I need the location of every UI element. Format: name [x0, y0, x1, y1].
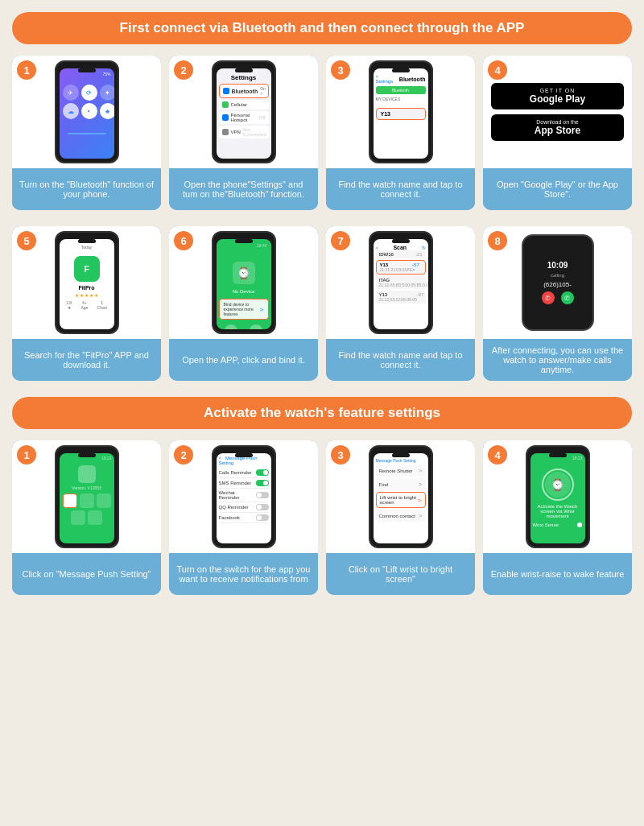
step-image-10: 2 < Message Push Setting Calls Reminder …: [169, 440, 318, 553]
step-card-12: 4 18:23 ⌚ Activate the Watch screen via …: [483, 440, 632, 595]
step-number-6: 6: [174, 231, 193, 250]
steps-grid-2: 5 Today F FitPro ★★★★★ 2.8★: [12, 226, 632, 381]
step-card-2: 2 Settings Bluetooth On > Cellular: [169, 56, 318, 210]
step-desc-3: Find the watch name and tap to connect i…: [326, 168, 475, 210]
section1-header: First connect via Bluetooth and then con…: [12, 12, 632, 44]
section2-header: Activate the watch's feature settings: [12, 397, 632, 429]
step-number-10: 2: [174, 445, 193, 465]
watch-mockup-8: 10:09 calling (626)105- ✆ ✆: [522, 234, 594, 331]
step-card-10: 2 < Message Push Setting Calls Reminder …: [169, 440, 318, 595]
steps-grid-1: 1 75% ✈ ⟳ ✦ ☁ ‣ ♣: [12, 56, 632, 210]
step-desc-9: Click on "Message Push Setting": [12, 553, 161, 595]
step-card-9: 1 18:22 Version: V13653: [12, 440, 161, 595]
step-image-4: 4 GET IT ON Google Play Download on the …: [483, 56, 632, 168]
step-number-3: 3: [331, 60, 350, 80]
step-desc-8: After connecting, you can use the watch …: [483, 339, 632, 381]
step-number-4: 4: [488, 60, 507, 80]
step-image-6: 6 16:44 ⌚ No Device Bind device to exper…: [169, 226, 318, 339]
step-number-8: 8: [488, 231, 507, 250]
phone-mockup-3: < Settings Bluetooth Bluetooth MY DEVICE…: [369, 60, 433, 163]
step-card-3: 3 < Settings Bluetooth Bluetooth MY DEVI…: [326, 56, 475, 210]
step-image-11: 3 Message Push Setting Remote Shutter > …: [326, 440, 475, 553]
step-desc-10: Turn on the switch for the app you want …: [169, 553, 318, 595]
step-desc-5: Search for the "FitPro" APP and download…: [12, 339, 161, 381]
step-image-2: 2 Settings Bluetooth On > Cellular: [169, 56, 318, 168]
step-card-6: 6 16:44 ⌚ No Device Bind device to exper…: [169, 226, 318, 381]
step-image-1: 1 75% ✈ ⟳ ✦ ☁ ‣ ♣: [12, 56, 161, 168]
phone-mockup-2: Settings Bluetooth On > Cellular P: [212, 60, 276, 163]
step-number-2: 2: [174, 60, 193, 80]
step-desc-1: Turn on the "Bluetooth" function of your…: [12, 168, 161, 210]
step-number-11: 3: [331, 445, 350, 465]
step-number-9: 1: [17, 445, 36, 465]
phone-mockup-11: Message Push Setting Remote Shutter > Fi…: [369, 445, 433, 548]
step-desc-4: Open "Google Play" or the App Store".: [483, 168, 632, 210]
step-card-4: 4 GET IT ON Google Play Download on the …: [483, 56, 632, 210]
phone-mockup-1: 75% ✈ ⟳ ✦ ☁ ‣ ♣: [55, 60, 119, 163]
phone-mockup-12: 18:23 ⌚ Activate the Watch screen via Wr…: [526, 445, 590, 548]
step-image-7: 7 < Scan ↻ IDW16 -21: [326, 226, 475, 339]
step-image-12: 4 18:23 ⌚ Activate the Watch screen via …: [483, 440, 632, 553]
app-store-badge[interactable]: Download on the App Store: [491, 114, 624, 141]
phone-mockup-10: < Message Push Setting Calls Reminder SM…: [212, 445, 276, 548]
step-number-5: 5: [17, 231, 36, 250]
steps-grid-3: 1 18:22 Version: V13653: [12, 440, 632, 595]
step-image-9: 1 18:22 Version: V13653: [12, 440, 161, 553]
step-image-8: 8 10:09 calling (626)105- ✆ ✆: [483, 226, 632, 339]
step-image-5: 5 Today F FitPro ★★★★★ 2.8★: [12, 226, 161, 339]
step-number-1: 1: [17, 60, 36, 80]
step-desc-11: Click on "Lift wrist to bright screen": [326, 553, 475, 595]
phone-mockup-6: 16:44 ⌚ No Device Bind device to experie…: [212, 231, 276, 334]
step-card-11: 3 Message Push Setting Remote Shutter > …: [326, 440, 475, 595]
step-desc-2: Open the phone"Settings" and tum on the"…: [169, 168, 318, 210]
store-badges-area: GET IT ON Google Play Download on the Ap…: [483, 75, 632, 149]
step-card-7: 7 < Scan ↻ IDW16 -21: [326, 226, 475, 381]
step-number-7: 7: [331, 231, 350, 250]
phone-mockup-9: 18:22 Version: V13653: [55, 445, 119, 548]
step-card-1: 1 75% ✈ ⟳ ✦ ☁ ‣ ♣: [12, 56, 161, 210]
step-desc-6: Open the APP, click and bind it.: [169, 339, 318, 381]
phone-mockup-7: < Scan ↻ IDW16 -21 Y13 21:21:21:03:0APE: [369, 231, 433, 334]
phone-mockup-5: Today F FitPro ★★★★★ 2.8★ 4+Age 1Chart: [55, 231, 119, 334]
step-image-3: 3 < Settings Bluetooth Bluetooth MY DEVI…: [326, 56, 475, 168]
step-desc-12: Enable wrist-raise to wake feature: [483, 553, 632, 595]
step-desc-7: Find the watch name and tap to connect i…: [326, 339, 475, 381]
step-card-5: 5 Today F FitPro ★★★★★ 2.8★: [12, 226, 161, 381]
step-number-12: 4: [488, 445, 507, 465]
step-card-8: 8 10:09 calling (626)105- ✆ ✆ After conn…: [483, 226, 632, 381]
google-play-badge[interactable]: GET IT ON Google Play: [491, 83, 624, 109]
